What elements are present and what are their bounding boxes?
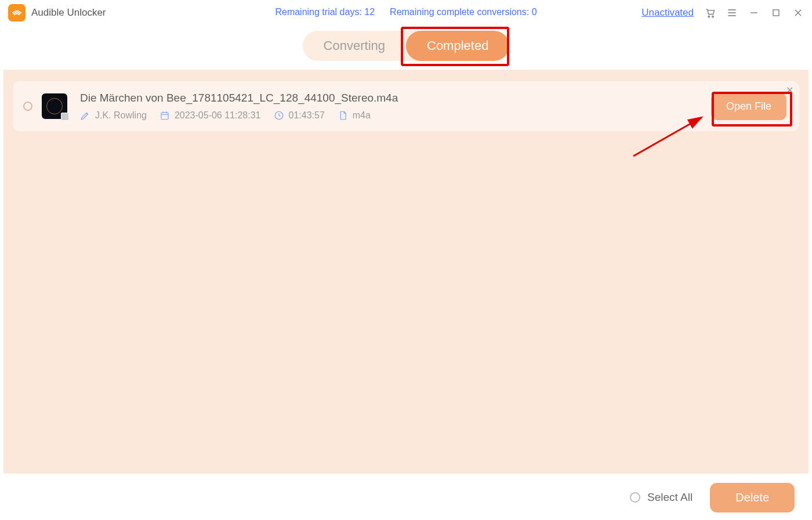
titlebar-right: Unactivated: [641, 7, 804, 19]
item-info: Die Märchen von Bee_1781105421_LC_128_44…: [80, 92, 711, 121]
remove-item-icon[interactable]: ✕: [786, 85, 793, 96]
menu-icon[interactable]: [726, 7, 738, 19]
select-all-checkbox[interactable]: [630, 492, 640, 503]
close-icon[interactable]: [792, 7, 804, 19]
svg-point-0: [708, 16, 710, 17]
tab-converting[interactable]: Converting: [303, 31, 406, 61]
item-checkbox[interactable]: [23, 102, 32, 111]
trial-status: Remaining trial days: 12: [275, 7, 375, 17]
meta-date: 2023-05-06 11:28:31: [160, 110, 261, 121]
item-author: J.K. Rowling: [95, 110, 147, 121]
svg-rect-2: [773, 10, 779, 16]
item-date: 2023-05-06 11:28:31: [175, 110, 261, 121]
meta-format: m4a: [338, 110, 371, 121]
delete-button[interactable]: Delete: [710, 483, 795, 512]
conversion-status: Remaining complete conversions: 0: [390, 7, 536, 17]
calendar-icon: [160, 110, 170, 121]
status-center: Remaining trial days: 12 Remaining compl…: [275, 7, 536, 17]
trial-label: Remaining trial days:: [275, 7, 361, 17]
app-logo: [8, 4, 26, 21]
select-all-label: Select All: [647, 491, 693, 504]
cart-icon[interactable]: [704, 7, 716, 19]
minimize-icon[interactable]: [748, 7, 760, 19]
item-cover: [42, 93, 67, 119]
app-title: Audible Unlocker: [31, 7, 106, 19]
maximize-icon[interactable]: [770, 7, 782, 19]
completed-item-card: Die Märchen von Bee_1781105421_LC_128_44…: [13, 81, 799, 131]
trial-value: 12: [364, 7, 375, 17]
tabs-pill: Converting Completed: [303, 31, 510, 61]
meta-author: J.K. Rowling: [80, 110, 147, 121]
pen-icon: [80, 110, 90, 121]
open-file-button[interactable]: Open File: [711, 93, 786, 120]
file-icon: [338, 110, 348, 121]
item-meta: J.K. Rowling 2023-05-06 11:28:31 01:43:5…: [80, 110, 711, 121]
bottom-bar: Select All Delete: [0, 475, 812, 520]
conv-value: 0: [532, 7, 537, 17]
titlebar: Audible Unlocker Remaining trial days: 1…: [0, 0, 812, 26]
content-area: Die Märchen von Bee_1781105421_LC_128_44…: [3, 70, 809, 474]
meta-duration: 01:43:57: [274, 110, 325, 121]
svg-rect-3: [161, 113, 168, 120]
conv-label: Remaining complete conversions:: [390, 7, 529, 17]
unactivated-link[interactable]: Unactivated: [641, 7, 694, 19]
item-title: Die Märchen von Bee_1781105421_LC_128_44…: [80, 92, 711, 104]
select-all-wrap: Select All: [630, 491, 693, 504]
clock-icon: [274, 110, 284, 121]
item-format: m4a: [353, 110, 371, 121]
cover-tag-icon: [61, 113, 69, 121]
svg-point-1: [712, 16, 714, 17]
item-duration: 01:43:57: [289, 110, 325, 121]
tabs-row: Converting Completed: [0, 26, 812, 66]
tab-completed[interactable]: Completed: [406, 31, 509, 61]
